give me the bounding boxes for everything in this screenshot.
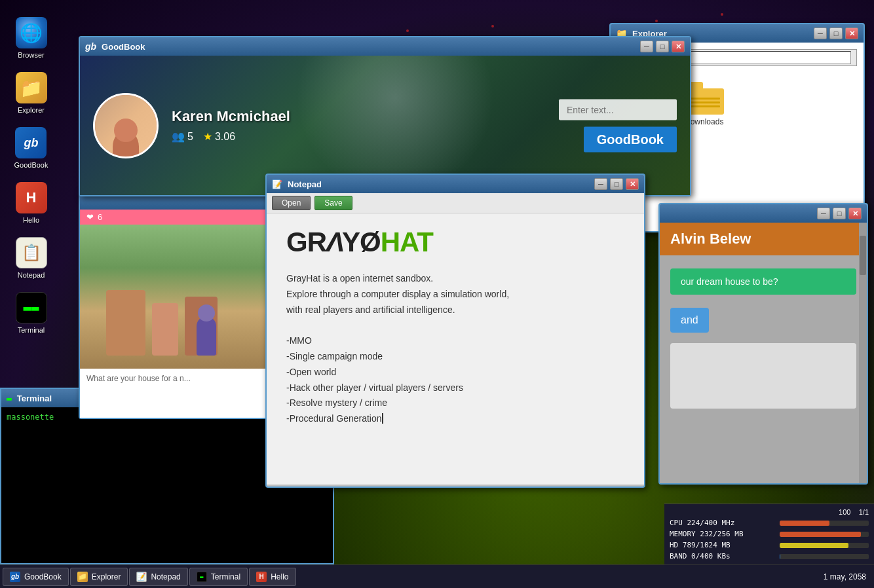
page-count: 1/1 xyxy=(859,508,869,516)
sidebar-item-terminal[interactable]: ▬▬ Terminal xyxy=(12,288,51,338)
notepad-minimize-btn[interactable]: ─ xyxy=(594,178,607,190)
explorer-minimize-btn[interactable]: ─ xyxy=(814,28,827,39)
goodbook-minimize-btn[interactable]: ─ xyxy=(640,41,653,52)
hello-name: Alvin Belew xyxy=(660,223,867,255)
notepad-line-2: Explore through a computer display a sim… xyxy=(286,287,624,303)
grayhat-lambda: Λ xyxy=(326,227,342,257)
profile-rating: ★ 3.06 xyxy=(203,130,235,143)
memory-label: MEMORY 232/256 MB xyxy=(670,530,774,538)
profile-name: Karen Mcmichael xyxy=(172,108,290,125)
band-stat: BAND 0/400 KBs xyxy=(670,551,869,562)
browser-icon: 🌐 xyxy=(16,17,47,48)
taskbar-explorer[interactable]: 📁 Explorer xyxy=(70,568,128,586)
sidebar-item-hello[interactable]: H Hello xyxy=(12,178,51,228)
notepad-line-7: -Hack other player / virtual players / s… xyxy=(286,380,624,396)
stats-bar: 100 1/1 CPU 224/400 MHz MEMORY 232/256 M… xyxy=(664,504,874,564)
taskbar-terminal-icon: ▬ xyxy=(197,572,207,582)
goodbook-titlebar[interactable]: gb GoodBook ─ □ ✕ xyxy=(80,37,690,56)
notepad-line-3: with real players and artificial intelli… xyxy=(286,303,624,318)
memory-bar-fill xyxy=(780,532,861,537)
hello-controls: ─ □ ✕ xyxy=(817,208,862,219)
grayhat-gray-part: GR xyxy=(286,227,326,257)
band-bar xyxy=(780,554,869,559)
sidebar-item-explorer[interactable]: 📁 Explorer xyxy=(12,68,51,118)
taskbar-notepad-label: Notepad xyxy=(151,572,180,581)
taskbar-terminal[interactable]: ▬ Terminal xyxy=(189,568,248,586)
heart-icon: ❤ xyxy=(86,212,94,222)
goodbook-close-btn[interactable]: ✕ xyxy=(672,41,685,52)
taskbar-goodbook-icon: gb xyxy=(10,572,20,582)
notepad-toolbar: Open Save xyxy=(267,193,644,213)
sidebar-item-browser[interactable]: 🌐 Browser xyxy=(12,13,51,63)
notepad-line-1: GrayHat is a open internet sandbox. xyxy=(286,271,624,287)
star-icon: ★ xyxy=(203,130,212,143)
notepad-close-btn[interactable]: ✕ xyxy=(626,178,639,190)
taskbar-notepad[interactable]: 📝 Notepad xyxy=(129,568,187,586)
likes-count: 6 xyxy=(98,212,102,222)
cpu-bar xyxy=(780,521,869,526)
notepad-line-5: -Single campaign mode xyxy=(286,349,624,365)
goodbook-title: GoodBook xyxy=(102,42,635,52)
notepad-save-btn[interactable]: Save xyxy=(314,196,352,210)
terminal-app-icon: ▬▬ xyxy=(16,292,47,323)
explorer-close-btn[interactable]: ✕ xyxy=(845,28,858,39)
explorer-maximize-btn[interactable]: □ xyxy=(829,28,843,39)
notepad-line-8: -Resolve mystery / crime xyxy=(286,395,624,411)
profile-info: Karen Mcmichael 👥 5 ★ 3.06 xyxy=(172,108,290,143)
hd-bar-fill xyxy=(780,543,848,548)
goodbook-icon-title: gb xyxy=(85,41,96,52)
taskbar-hello-label: Hello xyxy=(271,572,288,581)
hello-question: our dream house to be? xyxy=(670,268,856,295)
hd-bar xyxy=(780,543,869,548)
hello-scrollbar-thumb xyxy=(860,236,866,275)
sidebar-item-notepad[interactable]: 📋 Notepad xyxy=(12,233,51,283)
profile-avatar xyxy=(93,93,159,158)
browser-label: Browser xyxy=(18,51,44,59)
goodbook-maximize-btn[interactable]: □ xyxy=(656,41,669,52)
cpu-label: CPU 224/400 MHz xyxy=(670,519,774,527)
profile-friends: 👥 5 xyxy=(172,130,193,143)
hello-maximize-btn[interactable]: □ xyxy=(833,208,846,219)
notepad-app-icon: 📋 xyxy=(16,237,47,268)
hello-scrollbar[interactable] xyxy=(859,223,867,483)
notepad-line-9: -Procedural Generation​ xyxy=(286,411,624,427)
hello-blank-area xyxy=(670,343,856,409)
hd-label: HD 789/1024 MB xyxy=(670,541,774,549)
taskbar: gb GoodBook 📁 Explorer 📝 Notepad ▬ Termi… xyxy=(0,564,874,588)
hello-app-icon: H xyxy=(16,182,47,213)
hello-window: ─ □ ✕ Alvin Belew our dream house to be?… xyxy=(658,203,868,485)
memory-stat: MEMORY 232/256 MB xyxy=(670,528,869,540)
notepad-maximize-btn[interactable]: □ xyxy=(610,178,623,190)
notepad-controls: ─ □ ✕ xyxy=(594,178,639,190)
notepad-title: Notepad xyxy=(288,179,589,189)
grayhat-hat-part: HAT xyxy=(381,227,433,257)
taskbar-terminal-label: Terminal xyxy=(211,572,240,581)
goodbook-window: gb GoodBook ─ □ ✕ Karen Mcmichael xyxy=(79,36,691,196)
notepad-content[interactable]: GRΛYØHAT GrayHat is a open internet sand… xyxy=(267,213,644,485)
hd-stat: HD 789/1024 MB xyxy=(670,540,869,551)
explorer-icon: 📁 xyxy=(16,72,47,103)
hello-close-btn[interactable]: ✕ xyxy=(848,208,862,219)
hello-input[interactable]: and xyxy=(670,308,709,333)
sidebar-item-goodbook[interactable]: gb GoodBook xyxy=(10,123,52,173)
hello-label: Hello xyxy=(23,216,39,224)
goodbook-logo-button[interactable]: GoodBook xyxy=(584,126,677,152)
taskbar-goodbook[interactable]: gb GoodBook xyxy=(3,568,69,586)
hello-minimize-btn[interactable]: ─ xyxy=(817,208,830,219)
cpu-bar-fill xyxy=(780,521,829,526)
notepad-label: Notepad xyxy=(18,271,45,279)
notepad-open-btn[interactable]: Open xyxy=(272,196,311,210)
terminal-label: Terminal xyxy=(18,326,45,334)
taskbar-hello[interactable]: H Hello xyxy=(249,568,295,586)
profile-stats: 👥 5 ★ 3.06 xyxy=(172,130,290,143)
explorer-controls: ─ □ ✕ xyxy=(814,28,858,39)
hello-titlebar[interactable]: ─ □ ✕ xyxy=(660,204,867,223)
zoom-value: 100 xyxy=(839,508,850,516)
goodbook-search-input[interactable] xyxy=(559,99,677,120)
taskbar-hello-icon: H xyxy=(256,572,267,582)
friends-icon: 👥 xyxy=(172,130,185,143)
notepad-titlebar[interactable]: 📝 Notepad ─ □ ✕ xyxy=(267,175,644,193)
taskbar-clock: 1 may, 2058 xyxy=(824,572,871,581)
grayhat-y-part: YØ xyxy=(342,227,381,257)
hello-content: Alvin Belew our dream house to be? and xyxy=(660,223,867,483)
